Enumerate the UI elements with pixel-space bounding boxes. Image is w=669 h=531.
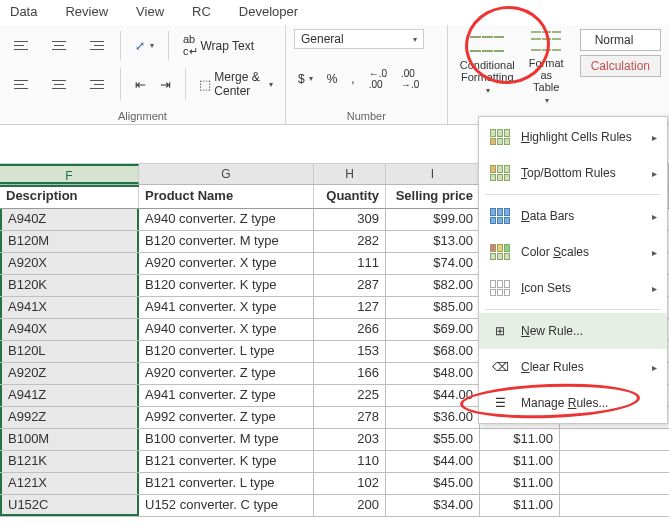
- cell-quantity[interactable]: 278: [314, 407, 386, 428]
- cell-product[interactable]: A920 converter. Z type: [139, 363, 314, 384]
- cell-extra[interactable]: $11.00: [480, 451, 560, 472]
- align-left-button[interactable]: [8, 73, 38, 95]
- header-description[interactable]: Description: [0, 185, 139, 208]
- orientation-button[interactable]: ⤢▾: [131, 37, 158, 55]
- cell-style-calculation[interactable]: Calculation: [580, 55, 661, 77]
- cell-product[interactable]: A941 converter. X type: [139, 297, 314, 318]
- cell-price[interactable]: $85.00: [386, 297, 480, 318]
- cell-product[interactable]: A992 converter. Z type: [139, 407, 314, 428]
- tab-view[interactable]: View: [136, 4, 164, 19]
- menu-icon-sets[interactable]: Icon Sets ▸: [479, 270, 667, 306]
- cell-description[interactable]: A121X: [0, 473, 139, 494]
- cell-price[interactable]: $74.00: [386, 253, 480, 274]
- header-quantity[interactable]: Quantity: [314, 185, 386, 208]
- cell-quantity[interactable]: 200: [314, 495, 386, 516]
- cell-product[interactable]: B120 converter. L type: [139, 341, 314, 362]
- cell-quantity[interactable]: 203: [314, 429, 386, 450]
- col-header-F[interactable]: F: [0, 164, 139, 184]
- cell-extra[interactable]: $11.00: [480, 429, 560, 450]
- cell-price[interactable]: $44.00: [386, 451, 480, 472]
- menu-data-bars[interactable]: Data Bars ▸: [479, 198, 667, 234]
- merge-center-button[interactable]: ⬚ Merge & Center ▾: [195, 68, 277, 100]
- cell-product[interactable]: B120 converter. K type: [139, 275, 314, 296]
- menu-manage-rules[interactable]: ☰ Manage Rules...: [479, 385, 667, 421]
- cell-quantity[interactable]: 282: [314, 231, 386, 252]
- cell-quantity[interactable]: 225: [314, 385, 386, 406]
- menu-top-bottom[interactable]: Top/Bottom Rules ▸: [479, 155, 667, 191]
- cell-price[interactable]: $45.00: [386, 473, 480, 494]
- cell-product[interactable]: A920 converter. X type: [139, 253, 314, 274]
- cell-description[interactable]: A941Z: [0, 385, 139, 406]
- number-format-dropdown[interactable]: General▾: [294, 29, 424, 49]
- cell-description[interactable]: A940Z: [0, 209, 139, 230]
- currency-button[interactable]: $▾: [294, 70, 317, 88]
- wrap-text-button[interactable]: abc↵ Wrap Text: [179, 31, 258, 60]
- align-center-button[interactable]: [44, 73, 74, 95]
- menu-new-rule[interactable]: ⊞ New Rule...: [479, 313, 667, 349]
- cell-description[interactable]: B120L: [0, 341, 139, 362]
- tab-data[interactable]: Data: [10, 4, 37, 19]
- decrease-indent-button[interactable]: ⇤: [131, 75, 150, 94]
- cell-description[interactable]: A992Z: [0, 407, 139, 428]
- cell-quantity[interactable]: 166: [314, 363, 386, 384]
- align-middle-button[interactable]: [44, 35, 74, 57]
- cell-style-normal[interactable]: Normal: [580, 29, 661, 51]
- cell-quantity[interactable]: 102: [314, 473, 386, 494]
- cell-description[interactable]: A941X: [0, 297, 139, 318]
- cell-product[interactable]: U152 converter. C type: [139, 495, 314, 516]
- increase-indent-button[interactable]: ⇥: [156, 75, 175, 94]
- table-row[interactable]: A121XB121 converter. L type102$45.00$11.…: [0, 473, 669, 495]
- cell-price[interactable]: $48.00: [386, 363, 480, 384]
- table-row[interactable]: U152CU152 converter. C type200$34.00$11.…: [0, 495, 669, 517]
- format-as-table-button[interactable]: Format asTable ▾: [525, 29, 568, 108]
- increase-decimal-button[interactable]: ←.0.00: [365, 66, 391, 92]
- cell-quantity[interactable]: 287: [314, 275, 386, 296]
- menu-color-scales[interactable]: Color Scales ▸: [479, 234, 667, 270]
- cell-description[interactable]: A940X: [0, 319, 139, 340]
- cell-price[interactable]: $34.00: [386, 495, 480, 516]
- decrease-decimal-button[interactable]: .00→.0: [397, 66, 423, 92]
- cell-description[interactable]: B100M: [0, 429, 139, 450]
- cell-price[interactable]: $99.00: [386, 209, 480, 230]
- cell-quantity[interactable]: 153: [314, 341, 386, 362]
- cell-extra[interactable]: $11.00: [480, 495, 560, 516]
- cell-description[interactable]: U152C: [0, 495, 139, 516]
- table-row[interactable]: B100MB100 converter. M type203$55.00$11.…: [0, 429, 669, 451]
- cell-price[interactable]: $44.00: [386, 385, 480, 406]
- cell-extra[interactable]: $11.00: [480, 473, 560, 494]
- cell-product[interactable]: B121 converter. K type: [139, 451, 314, 472]
- header-product[interactable]: Product Name: [139, 185, 314, 208]
- align-bottom-button[interactable]: [80, 35, 110, 57]
- col-header-I[interactable]: I: [386, 164, 480, 184]
- conditional-formatting-button[interactable]: ConditionalFormatting ▾: [456, 29, 519, 98]
- cell-quantity[interactable]: 110: [314, 451, 386, 472]
- cell-price[interactable]: $68.00: [386, 341, 480, 362]
- tab-rc[interactable]: RC: [192, 4, 211, 19]
- tab-developer[interactable]: Developer: [239, 4, 298, 19]
- col-header-H[interactable]: H: [314, 164, 386, 184]
- menu-highlight-cells[interactable]: Highlight Cells Rules ▸: [479, 119, 667, 155]
- cell-description[interactable]: A920Z: [0, 363, 139, 384]
- cell-description[interactable]: B120M: [0, 231, 139, 252]
- cell-quantity[interactable]: 127: [314, 297, 386, 318]
- header-price[interactable]: Selling price: [386, 185, 480, 208]
- align-top-button[interactable]: [8, 35, 38, 57]
- cell-quantity[interactable]: 266: [314, 319, 386, 340]
- cell-price[interactable]: $55.00: [386, 429, 480, 450]
- cell-description[interactable]: B120K: [0, 275, 139, 296]
- align-right-button[interactable]: [80, 73, 110, 95]
- cell-product[interactable]: A941 converter. Z type: [139, 385, 314, 406]
- cell-product[interactable]: A940 converter. X type: [139, 319, 314, 340]
- menu-clear-rules[interactable]: ⌫ Clear Rules ▸: [479, 349, 667, 385]
- cell-price[interactable]: $36.00: [386, 407, 480, 428]
- cell-description[interactable]: B121K: [0, 451, 139, 472]
- cell-price[interactable]: $82.00: [386, 275, 480, 296]
- cell-product[interactable]: B120 converter. M type: [139, 231, 314, 252]
- cell-product[interactable]: A940 converter. Z type: [139, 209, 314, 230]
- comma-button[interactable]: ,: [347, 70, 358, 88]
- cell-price[interactable]: $13.00: [386, 231, 480, 252]
- cell-quantity[interactable]: 309: [314, 209, 386, 230]
- col-header-G[interactable]: G: [139, 164, 314, 184]
- cell-product[interactable]: B121 converter. L type: [139, 473, 314, 494]
- tab-review[interactable]: Review: [65, 4, 108, 19]
